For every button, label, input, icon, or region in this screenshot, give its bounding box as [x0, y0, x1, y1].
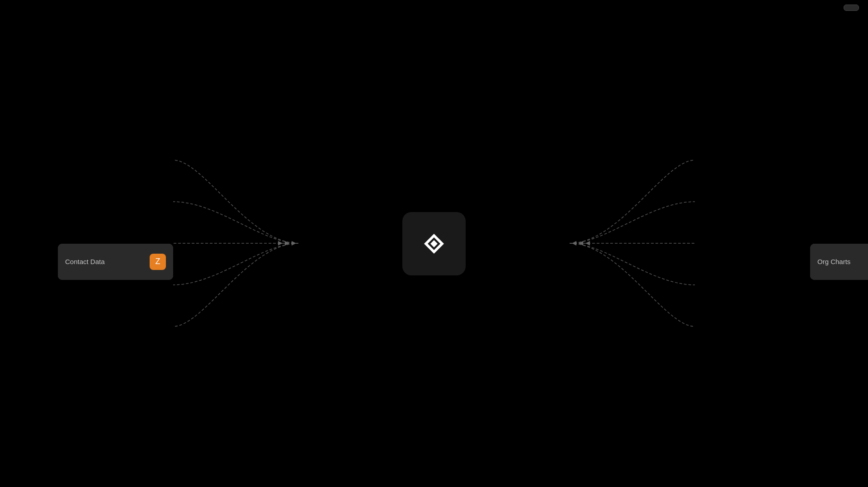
- center-logo-icon: [420, 230, 448, 257]
- contact-data-icon: Z: [150, 254, 166, 270]
- svg-marker-3: [572, 241, 576, 246]
- card-label-contact-data: Contact Data: [65, 258, 105, 265]
- center-node[interactable]: [402, 212, 466, 275]
- svg-marker-1: [285, 241, 289, 246]
- top-right-button[interactable]: [844, 5, 859, 11]
- card-org-charts[interactable]: Org Charts in: [810, 244, 868, 280]
- svg-marker-0: [292, 241, 296, 246]
- card-contact-data[interactable]: Contact Data Z: [58, 244, 173, 280]
- svg-marker-2: [278, 241, 283, 246]
- card-label-org-charts: Org Charts: [817, 258, 850, 265]
- main-canvas: Sales Collateral ▣ Intent Signals ⚡ Valu…: [0, 0, 868, 487]
- svg-marker-4: [579, 241, 583, 246]
- svg-marker-5: [585, 241, 590, 246]
